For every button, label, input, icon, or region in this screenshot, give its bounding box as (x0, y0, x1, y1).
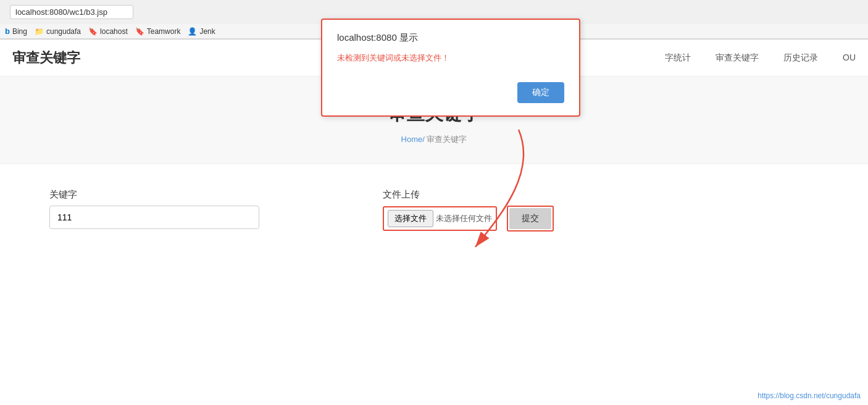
breadcrumb: Home/ 审查关键字 (12, 134, 856, 145)
submit-button[interactable]: 提交 (509, 208, 551, 229)
nav-links: 字统计 审查关键字 历史记录 OU (665, 52, 856, 64)
dialog-box: localhost:8080 显示 未检测到关键词或未选择文件！ 确定 (321, 19, 580, 117)
bookmark-locahost-label: locahost (100, 27, 128, 36)
bookmark-locahost[interactable]: 🔖 locahost (88, 27, 128, 36)
choose-file-button[interactable]: 选择文件 (388, 210, 433, 227)
bing-icon: b (5, 27, 10, 36)
submit-btn-wrapper: 提交 (507, 206, 554, 232)
bookmark-cungudafa[interactable]: 📁 cungudafa (35, 27, 81, 36)
keyword-form-group: 关键字 (49, 189, 259, 229)
main-content: 关键字 文件上传 选择文件 未选择任何文件 提交 (0, 164, 868, 256)
bookmark-jenk-label: Jenk (199, 27, 215, 36)
bookmark-jenk[interactable]: 👤 Jenk (188, 27, 215, 36)
nav-link-shenchajianzi[interactable]: 审查关键字 (716, 52, 759, 64)
file-input-wrapper: 选择文件 未选择任何文件 (383, 206, 497, 231)
bookmark-teamwork-label: Teamwork (147, 27, 181, 36)
keyword-input[interactable] (49, 206, 259, 229)
keyword-label: 关键字 (49, 189, 259, 201)
bookmark-cungudafa-label: cungudafa (46, 27, 81, 36)
address-bar[interactable]: localhost:8080/wc1/b3.jsp (10, 5, 133, 19)
breadcrumb-home[interactable]: Home/ (401, 135, 425, 144)
dialog-ok-button[interactable]: 确定 (517, 82, 564, 103)
dialog-message: 未检测到关键词或未选择文件！ (337, 52, 564, 64)
bookmark-icon-locahost: 🔖 (88, 27, 98, 36)
bookmark-teamwork[interactable]: 🔖 Teamwork (135, 27, 181, 36)
breadcrumb-current: 审查关键字 (427, 135, 467, 144)
bookmark-bing-label: Bing (12, 27, 27, 36)
nav-link-ou[interactable]: OU (843, 52, 856, 64)
nav-title: 审查关键字 (12, 49, 80, 67)
dialog-title: localhost:8080 显示 (337, 32, 564, 44)
upload-group: 文件上传 选择文件 未选择任何文件 提交 (383, 189, 554, 232)
upload-row: 选择文件 未选择任何文件 提交 (383, 206, 554, 232)
folder-icon: 📁 (35, 27, 44, 36)
avatar-icon: 👤 (188, 27, 197, 36)
nav-link-lishijilu[interactable]: 历史记录 (783, 52, 818, 64)
no-file-text: 未选择任何文件 (436, 213, 492, 224)
bookmark-bing[interactable]: b Bing (5, 27, 27, 36)
upload-label: 文件上传 (383, 189, 554, 201)
nav-link-zitongji[interactable]: 字统计 (665, 52, 691, 64)
bookmark-icon-teamwork: 🔖 (135, 27, 144, 36)
